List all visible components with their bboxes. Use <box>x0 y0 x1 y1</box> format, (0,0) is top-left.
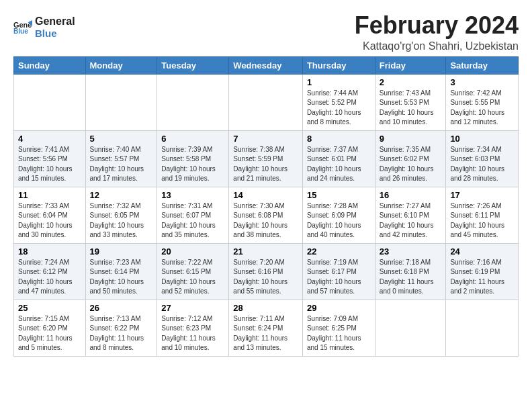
day-number: 21 <box>233 246 298 257</box>
calendar-cell: 25Sunrise: 7:15 AMSunset: 6:20 PMDayligh… <box>14 300 86 356</box>
day-number: 22 <box>307 246 371 257</box>
calendar-cell <box>157 74 229 130</box>
calendar-cell: 7Sunrise: 7:38 AMSunset: 5:59 PMDaylight… <box>229 130 303 187</box>
day-info: Sunrise: 7:40 AMSunset: 5:57 PMDaylight:… <box>90 145 153 184</box>
calendar-cell: 26Sunrise: 7:13 AMSunset: 6:22 PMDayligh… <box>85 300 157 356</box>
logo-name-blue: Blue <box>35 28 75 40</box>
day-number: 6 <box>161 134 224 144</box>
day-info: Sunrise: 7:12 AMSunset: 6:23 PMDaylight:… <box>161 314 224 353</box>
calendar-cell: 16Sunrise: 7:27 AMSunset: 6:10 PMDayligh… <box>375 187 446 243</box>
day-info: Sunrise: 7:28 AMSunset: 6:09 PMDaylight:… <box>307 201 371 240</box>
day-info: Sunrise: 7:24 AMSunset: 6:12 PMDaylight:… <box>18 258 81 297</box>
day-info: Sunrise: 7:41 AMSunset: 5:56 PMDaylight:… <box>18 145 81 184</box>
calendar-cell: 23Sunrise: 7:18 AMSunset: 6:18 PMDayligh… <box>375 243 446 300</box>
logo-icon: General Blue <box>13 18 32 37</box>
calendar-cell: 11Sunrise: 7:33 AMSunset: 6:04 PMDayligh… <box>14 187 86 243</box>
day-info: Sunrise: 7:23 AMSunset: 6:14 PMDaylight:… <box>90 258 153 297</box>
calendar-week-2: 4Sunrise: 7:41 AMSunset: 5:56 PMDaylight… <box>14 130 519 187</box>
day-number: 27 <box>161 303 224 313</box>
day-number: 1 <box>307 77 371 87</box>
day-number: 8 <box>307 134 371 144</box>
day-info: Sunrise: 7:20 AMSunset: 6:16 PMDaylight:… <box>233 258 298 297</box>
day-number: 16 <box>380 190 442 200</box>
logo-name-general: General <box>35 15 75 28</box>
day-number: 2 <box>380 77 442 87</box>
svg-text:Blue: Blue <box>13 28 28 35</box>
calendar-cell: 21Sunrise: 7:20 AMSunset: 6:16 PMDayligh… <box>229 243 303 300</box>
day-info: Sunrise: 7:38 AMSunset: 5:59 PMDaylight:… <box>233 145 298 184</box>
day-info: Sunrise: 7:33 AMSunset: 6:04 PMDaylight:… <box>18 201 81 240</box>
title-block: February 2024 Kattaqo'rg'on Shahri, Uzbe… <box>355 12 519 52</box>
header-thursday: Thursday <box>302 56 375 74</box>
day-number: 4 <box>18 134 81 144</box>
day-info: Sunrise: 7:43 AMSunset: 5:53 PMDaylight:… <box>380 89 442 128</box>
day-info: Sunrise: 7:42 AMSunset: 5:55 PMDaylight:… <box>450 89 514 128</box>
header-friday: Friday <box>375 56 446 74</box>
page-container: General Blue General Blue February 2024 … <box>0 0 532 365</box>
calendar-cell: 5Sunrise: 7:40 AMSunset: 5:57 PMDaylight… <box>85 130 157 187</box>
calendar-cell: 20Sunrise: 7:22 AMSunset: 6:15 PMDayligh… <box>157 243 229 300</box>
day-info: Sunrise: 7:37 AMSunset: 6:01 PMDaylight:… <box>307 145 371 184</box>
day-info: Sunrise: 7:15 AMSunset: 6:20 PMDaylight:… <box>18 314 81 353</box>
calendar-cell: 8Sunrise: 7:37 AMSunset: 6:01 PMDaylight… <box>302 130 375 187</box>
header-sunday: Sunday <box>14 56 86 74</box>
page-title: February 2024 <box>355 12 519 39</box>
calendar-cell <box>85 74 157 130</box>
header-wednesday: Wednesday <box>229 56 303 74</box>
day-info: Sunrise: 7:31 AMSunset: 6:07 PMDaylight:… <box>161 201 224 240</box>
calendar-cell: 12Sunrise: 7:32 AMSunset: 6:05 PMDayligh… <box>85 187 157 243</box>
day-info: Sunrise: 7:22 AMSunset: 6:15 PMDaylight:… <box>161 258 224 297</box>
day-number: 11 <box>18 190 81 200</box>
day-number: 23 <box>380 246 442 257</box>
calendar-cell: 14Sunrise: 7:30 AMSunset: 6:08 PMDayligh… <box>229 187 303 243</box>
day-number: 14 <box>233 190 298 200</box>
day-number: 15 <box>307 190 371 200</box>
day-number: 7 <box>233 134 298 144</box>
day-info: Sunrise: 7:32 AMSunset: 6:05 PMDaylight:… <box>90 201 153 240</box>
calendar-cell: 4Sunrise: 7:41 AMSunset: 5:56 PMDaylight… <box>14 130 86 187</box>
logo: General Blue General Blue <box>13 15 75 40</box>
day-info: Sunrise: 7:16 AMSunset: 6:19 PMDaylight:… <box>450 258 514 297</box>
day-info: Sunrise: 7:26 AMSunset: 6:11 PMDaylight:… <box>450 201 514 240</box>
calendar-cell: 10Sunrise: 7:34 AMSunset: 6:03 PMDayligh… <box>446 130 519 187</box>
calendar-week-4: 18Sunrise: 7:24 AMSunset: 6:12 PMDayligh… <box>14 243 519 300</box>
calendar-cell: 27Sunrise: 7:12 AMSunset: 6:23 PMDayligh… <box>157 300 229 356</box>
calendar-cell: 19Sunrise: 7:23 AMSunset: 6:14 PMDayligh… <box>85 243 157 300</box>
day-info: Sunrise: 7:19 AMSunset: 6:17 PMDaylight:… <box>307 258 371 297</box>
day-info: Sunrise: 7:30 AMSunset: 6:08 PMDaylight:… <box>233 201 298 240</box>
day-number: 20 <box>161 246 224 257</box>
day-number: 24 <box>450 246 514 257</box>
day-number: 5 <box>90 134 153 144</box>
calendar-cell: 6Sunrise: 7:39 AMSunset: 5:58 PMDaylight… <box>157 130 229 187</box>
day-info: Sunrise: 7:35 AMSunset: 6:02 PMDaylight:… <box>380 145 442 184</box>
day-number: 17 <box>450 190 514 200</box>
day-number: 3 <box>450 77 514 87</box>
day-info: Sunrise: 7:34 AMSunset: 6:03 PMDaylight:… <box>450 145 514 184</box>
calendar-cell <box>14 74 86 130</box>
header-tuesday: Tuesday <box>157 56 229 74</box>
calendar-cell: 15Sunrise: 7:28 AMSunset: 6:09 PMDayligh… <box>302 187 375 243</box>
day-number: 9 <box>380 134 442 144</box>
calendar-week-3: 11Sunrise: 7:33 AMSunset: 6:04 PMDayligh… <box>14 187 519 243</box>
calendar-week-5: 25Sunrise: 7:15 AMSunset: 6:20 PMDayligh… <box>14 300 519 356</box>
calendar-cell: 18Sunrise: 7:24 AMSunset: 6:12 PMDayligh… <box>14 243 86 300</box>
day-info: Sunrise: 7:39 AMSunset: 5:58 PMDaylight:… <box>161 145 224 184</box>
calendar-cell: 17Sunrise: 7:26 AMSunset: 6:11 PMDayligh… <box>446 187 519 243</box>
day-number: 10 <box>450 134 514 144</box>
calendar-cell: 29Sunrise: 7:09 AMSunset: 6:25 PMDayligh… <box>302 300 375 356</box>
calendar-table: SundayMondayTuesdayWednesdayThursdayFrid… <box>13 56 519 357</box>
calendar-cell: 1Sunrise: 7:44 AMSunset: 5:52 PMDaylight… <box>302 74 375 130</box>
calendar-cell <box>375 300 446 356</box>
day-number: 13 <box>161 190 224 200</box>
day-info: Sunrise: 7:11 AMSunset: 6:24 PMDaylight:… <box>233 314 298 353</box>
header-saturday: Saturday <box>446 56 519 74</box>
day-info: Sunrise: 7:09 AMSunset: 6:25 PMDaylight:… <box>307 314 371 353</box>
calendar-cell: 28Sunrise: 7:11 AMSunset: 6:24 PMDayligh… <box>229 300 303 356</box>
calendar-header-row: SundayMondayTuesdayWednesdayThursdayFrid… <box>14 56 519 74</box>
calendar-cell: 9Sunrise: 7:35 AMSunset: 6:02 PMDaylight… <box>375 130 446 187</box>
calendar-week-1: 1Sunrise: 7:44 AMSunset: 5:52 PMDaylight… <box>14 74 519 130</box>
day-number: 28 <box>233 303 298 313</box>
day-number: 26 <box>90 303 153 313</box>
day-number: 29 <box>307 303 371 313</box>
day-number: 18 <box>18 246 81 257</box>
